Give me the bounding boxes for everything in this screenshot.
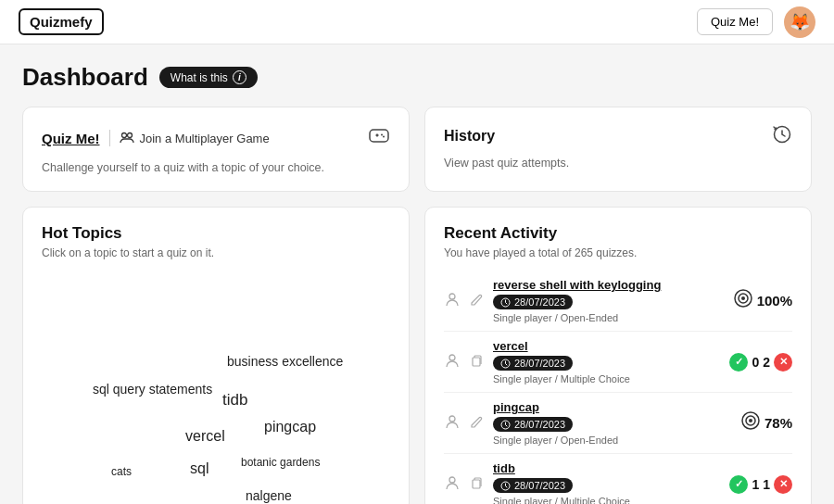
quiz-me-label[interactable]: Quiz Me!: [42, 131, 100, 146]
quiz-me-card: Quiz Me! Join a Multiplayer Game: [22, 107, 410, 192]
top-cards-row: Quiz Me! Join a Multiplayer Game: [22, 107, 812, 192]
svg-point-1: [127, 133, 132, 138]
word-cloud-item[interactable]: cats: [111, 465, 132, 478]
person-icon: [444, 291, 461, 310]
vertical-divider: [109, 130, 110, 146]
activity-date-badge: 28/07/2023: [493, 356, 573, 371]
person-icon: [444, 474, 461, 494]
word-cloud-item[interactable]: tidb: [222, 391, 247, 410]
recent-activity-subtitle: You have played a total of 265 quizzes.: [444, 246, 792, 259]
activity-content: vercel28/07/2023Single player / Multiple…: [493, 339, 720, 384]
activity-type: Single player / Multiple Choice: [493, 496, 720, 504]
copy-icon[interactable]: [470, 476, 484, 493]
person-icon: [444, 413, 461, 433]
quiz-card-top: Quiz Me! Join a Multiplayer Game: [42, 124, 390, 152]
activity-item: vercel28/07/2023Single player / Multiple…: [444, 332, 792, 393]
quiz-card-icon: [368, 124, 390, 152]
svg-point-10: [741, 296, 745, 300]
bullseye-icon: [733, 288, 753, 313]
svg-point-3: [381, 134, 383, 136]
navbar-quiz-me-button[interactable]: Quiz Me!: [697, 8, 773, 35]
activity-date-badge: 28/07/2023: [493, 295, 573, 309]
score-percent: 100%: [757, 293, 792, 309]
navbar: Quizmefy Quiz Me! 🦊: [0, 0, 834, 44]
hot-topics-card: Hot Topics Click on a topic to start a q…: [22, 207, 410, 504]
edit-icon[interactable]: [470, 415, 484, 432]
info-icon: i: [233, 70, 246, 84]
word-cloud-item[interactable]: vercel: [185, 428, 225, 445]
history-card[interactable]: History View past quiz attempts.: [424, 107, 812, 192]
avatar[interactable]: 🦊: [784, 6, 815, 38]
svg-point-6: [449, 294, 455, 299]
activity-date-badge: 28/07/2023: [493, 478, 573, 493]
activity-item: pingcap28/07/2023Single player / Open-En…: [444, 393, 792, 454]
edit-icon[interactable]: [470, 293, 484, 309]
word-cloud-item[interactable]: business excellence: [227, 354, 343, 369]
join-multiplayer-button[interactable]: Join a Multiplayer Game: [120, 131, 270, 145]
svg-point-4: [383, 136, 385, 138]
score-x-icon: ✕: [774, 353, 792, 372]
svg-point-0: [121, 133, 126, 138]
activity-content: reverse shell with keylogging28/07/2023S…: [493, 278, 724, 323]
activity-score: ✓02✕: [729, 353, 792, 372]
what-is-this-label: What is this: [171, 71, 228, 84]
activity-title[interactable]: tidb: [493, 461, 720, 475]
person-icon: [444, 352, 461, 372]
bullseye-icon: [740, 410, 761, 435]
recent-activity-card: Recent Activity You have played a total …: [424, 207, 812, 504]
activity-date-badge: 28/07/2023: [493, 417, 573, 432]
activity-content: tidb28/07/2023Single player / Multiple C…: [493, 461, 720, 504]
activity-title[interactable]: vercel: [493, 339, 720, 353]
activity-type: Single player / Open-Ended: [493, 312, 724, 323]
activity-type: Single player / Open-Ended: [493, 435, 731, 446]
page-header: Dashboard What is this i: [22, 63, 812, 92]
svg-rect-12: [473, 358, 480, 366]
activity-type: Single player / Multiple Choice: [493, 373, 720, 384]
what-is-this-badge[interactable]: What is this i: [159, 67, 258, 88]
history-card-top: History: [444, 124, 792, 147]
word-cloud-item[interactable]: nalgene: [246, 488, 292, 503]
join-multiplayer-label: Join a Multiplayer Game: [140, 132, 270, 145]
activity-title[interactable]: reverse shell with keylogging: [493, 278, 724, 292]
activity-item: tidb28/07/2023Single player / Multiple C…: [444, 454, 792, 504]
word-cloud-item[interactable]: sql: [190, 460, 208, 477]
activity-content: pingcap28/07/2023Single player / Open-En…: [493, 400, 731, 446]
score-check-icon: ✓: [729, 353, 748, 372]
history-icon: [772, 124, 792, 147]
history-title: History: [444, 128, 495, 145]
svg-rect-20: [473, 480, 480, 488]
history-description: View past quiz attempts.: [444, 157, 792, 170]
hot-topics-subtitle: Click on a topic to start a quiz on it.: [42, 246, 390, 259]
svg-rect-2: [370, 130, 388, 142]
history-clock-icon: [772, 124, 792, 145]
svg-point-18: [749, 419, 752, 422]
brand-logo[interactable]: Quizmefy: [19, 8, 104, 35]
multiplayer-icon: [120, 131, 134, 145]
word-cloud-item[interactable]: pingcap: [264, 419, 316, 435]
quiz-card-description: Challenge yourself to a quiz with a topi…: [42, 161, 390, 174]
page-title: Dashboard: [22, 63, 148, 92]
quiz-actions: Quiz Me! Join a Multiplayer Game: [42, 130, 270, 146]
main-content: Dashboard What is this i Quiz Me!: [0, 44, 834, 504]
activity-title[interactable]: pingcap: [493, 400, 731, 414]
word-cloud-item[interactable]: sql query statements: [93, 382, 212, 397]
recent-activity-title: Recent Activity: [444, 224, 792, 243]
score-percent: 78%: [764, 415, 792, 431]
hot-topics-title: Hot Topics: [42, 224, 390, 243]
svg-point-19: [449, 477, 455, 483]
score-check-icon: ✓: [729, 475, 748, 494]
word-cloud-item[interactable]: botanic gardens: [241, 456, 320, 469]
score-correct: 1: [752, 477, 759, 492]
score-wrong: 1: [763, 477, 770, 492]
activity-score: ✓11✕: [729, 475, 792, 494]
word-cloud: sql query statementsbusiness excellencet…: [42, 271, 390, 504]
navbar-right: Quiz Me! 🦊: [697, 6, 815, 38]
bottom-row: Hot Topics Click on a topic to start a q…: [22, 207, 812, 504]
score-x-icon: ✕: [774, 475, 792, 494]
score-wrong: 2: [763, 355, 770, 370]
copy-icon[interactable]: [470, 354, 484, 371]
activity-score: 100%: [733, 288, 792, 313]
activity-list: reverse shell with keylogging28/07/2023S…: [444, 271, 792, 504]
activity-item: reverse shell with keylogging28/07/2023S…: [444, 271, 792, 332]
svg-point-11: [449, 355, 455, 360]
